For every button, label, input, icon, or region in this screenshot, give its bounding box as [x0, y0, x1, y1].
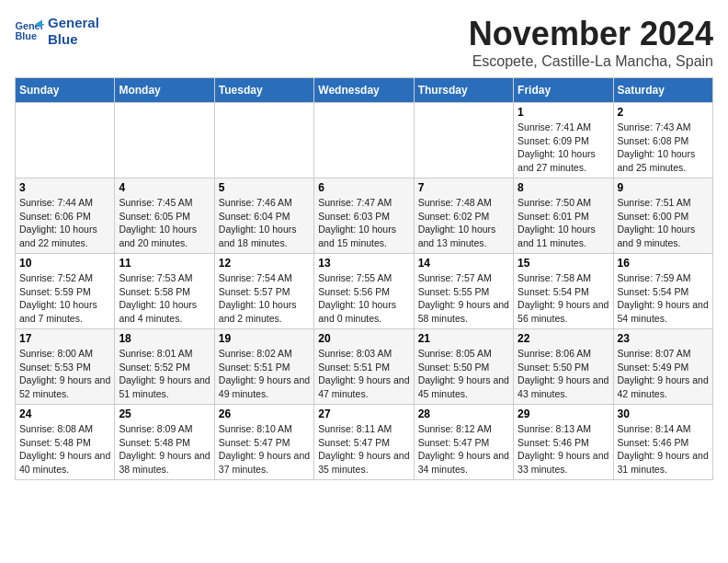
day-info: Sunrise: 7:58 AM Sunset: 5:54 PM Dayligh… — [518, 271, 609, 326]
day-number: 22 — [518, 332, 609, 345]
logo-icon: General Blue — [15, 18, 44, 44]
day-info: Sunrise: 8:14 AM Sunset: 5:46 PM Dayligh… — [618, 422, 709, 477]
day-number: 13 — [318, 257, 409, 270]
weekday-header-cell: Monday — [115, 78, 214, 103]
calendar-cell: 3Sunrise: 7:44 AM Sunset: 6:06 PM Daylig… — [16, 178, 115, 254]
calendar-cell: 6Sunrise: 7:47 AM Sunset: 6:03 PM Daylig… — [314, 178, 414, 254]
weekday-header-cell: Wednesday — [314, 78, 414, 103]
calendar-cell: 9Sunrise: 7:51 AM Sunset: 6:00 PM Daylig… — [613, 178, 712, 254]
calendar-cell: 17Sunrise: 8:00 AM Sunset: 5:53 PM Dayli… — [16, 329, 115, 405]
day-number: 6 — [318, 181, 409, 194]
calendar-cell — [16, 103, 115, 178]
day-info: Sunrise: 8:08 AM Sunset: 5:48 PM Dayligh… — [19, 422, 110, 477]
calendar-cell: 16Sunrise: 7:59 AM Sunset: 5:54 PM Dayli… — [613, 254, 712, 329]
calendar-cell: 8Sunrise: 7:50 AM Sunset: 6:01 PM Daylig… — [514, 178, 613, 254]
calendar-cell — [214, 103, 313, 178]
logo: General Blue General Blue — [15, 15, 99, 48]
day-info: Sunrise: 8:09 AM Sunset: 5:48 PM Dayligh… — [119, 422, 210, 477]
calendar-cell: 26Sunrise: 8:10 AM Sunset: 5:47 PM Dayli… — [214, 405, 313, 480]
day-number: 9 — [618, 181, 709, 194]
weekday-header-cell: Sunday — [16, 78, 115, 103]
day-number: 12 — [219, 257, 310, 270]
day-info: Sunrise: 8:13 AM Sunset: 5:46 PM Dayligh… — [518, 422, 609, 477]
day-number: 29 — [518, 408, 609, 420]
calendar-cell: 27Sunrise: 8:11 AM Sunset: 5:47 PM Dayli… — [314, 405, 414, 480]
calendar-cell: 18Sunrise: 8:01 AM Sunset: 5:52 PM Dayli… — [115, 329, 214, 405]
day-number: 8 — [518, 181, 609, 194]
calendar-cell — [314, 103, 414, 178]
day-number: 1 — [518, 106, 609, 119]
day-info: Sunrise: 8:07 AM Sunset: 5:49 PM Dayligh… — [618, 347, 709, 401]
day-info: Sunrise: 7:41 AM Sunset: 6:09 PM Dayligh… — [518, 121, 609, 175]
day-info: Sunrise: 7:47 AM Sunset: 6:03 PM Dayligh… — [318, 196, 409, 250]
calendar-cell: 10Sunrise: 7:52 AM Sunset: 5:59 PM Dayli… — [16, 254, 115, 329]
day-number: 7 — [418, 181, 509, 194]
day-number: 11 — [119, 257, 210, 270]
day-number: 10 — [19, 257, 110, 270]
calendar-cell: 14Sunrise: 7:57 AM Sunset: 5:55 PM Dayli… — [414, 254, 513, 329]
calendar-cell: 1Sunrise: 7:41 AM Sunset: 6:09 PM Daylig… — [514, 103, 613, 178]
day-info: Sunrise: 7:50 AM Sunset: 6:01 PM Dayligh… — [518, 196, 609, 250]
calendar-cell: 28Sunrise: 8:12 AM Sunset: 5:47 PM Dayli… — [414, 405, 513, 480]
weekday-header-cell: Friday — [514, 78, 613, 103]
day-number: 15 — [518, 257, 609, 270]
day-info: Sunrise: 8:05 AM Sunset: 5:50 PM Dayligh… — [418, 347, 509, 401]
day-info: Sunrise: 7:54 AM Sunset: 5:57 PM Dayligh… — [219, 271, 310, 326]
day-number: 17 — [19, 332, 110, 345]
title-area: November 2024 Escopete, Castille-La Manc… — [469, 15, 713, 70]
day-number: 3 — [19, 181, 110, 194]
day-info: Sunrise: 8:03 AM Sunset: 5:51 PM Dayligh… — [318, 347, 409, 401]
day-info: Sunrise: 7:46 AM Sunset: 6:04 PM Dayligh… — [219, 196, 310, 250]
day-info: Sunrise: 8:10 AM Sunset: 5:47 PM Dayligh… — [219, 422, 310, 477]
day-number: 5 — [219, 181, 310, 194]
calendar-cell: 24Sunrise: 8:08 AM Sunset: 5:48 PM Dayli… — [16, 405, 115, 480]
day-number: 14 — [418, 257, 509, 270]
day-info: Sunrise: 7:52 AM Sunset: 5:59 PM Dayligh… — [19, 271, 110, 326]
calendar-cell: 12Sunrise: 7:54 AM Sunset: 5:57 PM Dayli… — [214, 254, 313, 329]
day-info: Sunrise: 7:43 AM Sunset: 6:08 PM Dayligh… — [618, 121, 709, 175]
calendar-cell — [414, 103, 513, 178]
day-info: Sunrise: 8:00 AM Sunset: 5:53 PM Dayligh… — [19, 347, 110, 401]
calendar-cell: 5Sunrise: 7:46 AM Sunset: 6:04 PM Daylig… — [214, 178, 313, 254]
day-info: Sunrise: 7:53 AM Sunset: 5:58 PM Dayligh… — [119, 271, 210, 326]
day-info: Sunrise: 7:48 AM Sunset: 6:02 PM Dayligh… — [418, 196, 509, 250]
weekday-header-cell: Thursday — [414, 78, 513, 103]
month-title: November 2024 — [469, 15, 713, 53]
logo-line2: Blue — [48, 31, 78, 47]
calendar-cell: 30Sunrise: 8:14 AM Sunset: 5:46 PM Dayli… — [613, 405, 712, 480]
calendar-cell: 13Sunrise: 7:55 AM Sunset: 5:56 PM Dayli… — [314, 254, 414, 329]
calendar-cell: 23Sunrise: 8:07 AM Sunset: 5:49 PM Dayli… — [613, 329, 712, 405]
day-info: Sunrise: 8:12 AM Sunset: 5:47 PM Dayligh… — [418, 422, 509, 477]
calendar-week-row: 1Sunrise: 7:41 AM Sunset: 6:09 PM Daylig… — [16, 103, 713, 178]
day-number: 25 — [119, 408, 210, 420]
calendar-cell: 20Sunrise: 8:03 AM Sunset: 5:51 PM Dayli… — [314, 329, 414, 405]
day-number: 21 — [418, 332, 509, 345]
day-number: 28 — [418, 408, 509, 420]
calendar-cell: 25Sunrise: 8:09 AM Sunset: 5:48 PM Dayli… — [115, 405, 214, 480]
calendar-table: SundayMondayTuesdayWednesdayThursdayFrid… — [15, 77, 713, 480]
calendar-cell: 7Sunrise: 7:48 AM Sunset: 6:02 PM Daylig… — [414, 178, 513, 254]
header: General Blue General Blue November 2024 … — [15, 15, 713, 70]
day-number: 19 — [219, 332, 310, 345]
weekday-header-cell: Saturday — [613, 78, 712, 103]
day-info: Sunrise: 8:02 AM Sunset: 5:51 PM Dayligh… — [219, 347, 310, 401]
calendar-cell: 15Sunrise: 7:58 AM Sunset: 5:54 PM Dayli… — [514, 254, 613, 329]
calendar-cell: 4Sunrise: 7:45 AM Sunset: 6:05 PM Daylig… — [115, 178, 214, 254]
weekday-header-cell: Tuesday — [214, 78, 313, 103]
day-number: 2 — [618, 106, 709, 119]
weekday-header-row: SundayMondayTuesdayWednesdayThursdayFrid… — [16, 78, 713, 103]
day-info: Sunrise: 7:45 AM Sunset: 6:05 PM Dayligh… — [119, 196, 210, 250]
day-number: 18 — [119, 332, 210, 345]
day-number: 23 — [618, 332, 709, 345]
calendar-cell — [115, 103, 214, 178]
calendar-body: 1Sunrise: 7:41 AM Sunset: 6:09 PM Daylig… — [16, 103, 713, 480]
day-info: Sunrise: 7:57 AM Sunset: 5:55 PM Dayligh… — [418, 271, 509, 326]
day-info: Sunrise: 7:44 AM Sunset: 6:06 PM Dayligh… — [19, 196, 110, 250]
svg-text:Blue: Blue — [15, 30, 37, 41]
calendar-week-row: 17Sunrise: 8:00 AM Sunset: 5:53 PM Dayli… — [16, 329, 713, 405]
calendar-week-row: 24Sunrise: 8:08 AM Sunset: 5:48 PM Dayli… — [16, 405, 713, 480]
calendar-cell: 2Sunrise: 7:43 AM Sunset: 6:08 PM Daylig… — [613, 103, 712, 178]
day-info: Sunrise: 7:55 AM Sunset: 5:56 PM Dayligh… — [318, 271, 409, 326]
calendar-cell: 29Sunrise: 8:13 AM Sunset: 5:46 PM Dayli… — [514, 405, 613, 480]
day-info: Sunrise: 8:06 AM Sunset: 5:50 PM Dayligh… — [518, 347, 609, 401]
